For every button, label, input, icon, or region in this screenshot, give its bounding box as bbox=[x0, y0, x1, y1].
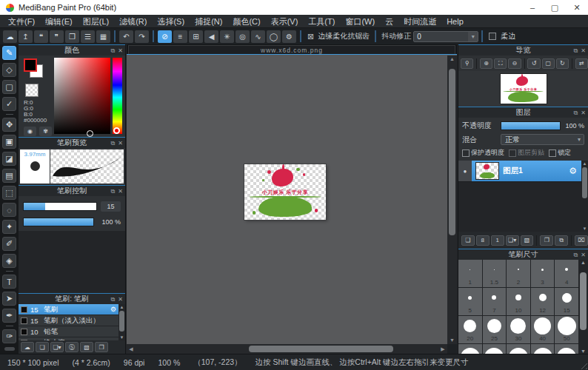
cloud-brush-button[interactable]: ☁ bbox=[21, 342, 34, 352]
menu-timelapse[interactable]: 时间流逝 bbox=[398, 15, 441, 28]
menu-file[interactable]: 文件(F) bbox=[3, 15, 40, 28]
close-icon[interactable]: ✕ bbox=[118, 47, 123, 54]
document-icon[interactable]: ❐ bbox=[65, 30, 79, 43]
brush-size-option[interactable]: 5 bbox=[458, 288, 482, 315]
brush-size-option[interactable] bbox=[458, 344, 482, 354]
reset-view-button[interactable]: ▢ bbox=[542, 58, 555, 69]
canvas-tab[interactable]: www.x6d.com.png bbox=[128, 45, 455, 54]
foreground-color-swatch[interactable] bbox=[24, 58, 37, 72]
hue-slider[interactable] bbox=[113, 58, 122, 134]
eyedropper-tool[interactable]: ✑ bbox=[2, 329, 16, 343]
scroll-down-icon[interactable]: ▼ bbox=[450, 337, 455, 344]
canvas-horizontal-scrollbar[interactable]: ◀ ▶ bbox=[127, 344, 447, 354]
brush-size-option[interactable]: 1.5 bbox=[483, 260, 507, 287]
bucket-tool[interactable]: ◪ bbox=[2, 152, 16, 166]
popout-icon[interactable]: ⧉ bbox=[574, 110, 578, 117]
brush-size-option[interactable]: 3 bbox=[531, 260, 555, 287]
brush-size-option[interactable]: 40 bbox=[531, 316, 555, 343]
snap-concentric-icon[interactable]: ◎ bbox=[235, 30, 250, 43]
menu-layer[interactable]: 图层(L) bbox=[78, 15, 114, 28]
brush-size-value[interactable]: 15 bbox=[101, 201, 121, 212]
cloud-icon[interactable]: ☁ bbox=[3, 30, 17, 43]
gear-icon[interactable]: ⚙ bbox=[110, 306, 116, 313]
layer-row[interactable]: ● 图层1 ⚙ bbox=[458, 161, 581, 182]
menu-color[interactable]: 颜色(C) bbox=[227, 15, 265, 28]
brush-size-option[interactable] bbox=[555, 344, 578, 354]
brush-list-item[interactable]: 15 笔刷 ⚙ bbox=[19, 304, 118, 315]
lasso-tool[interactable]: ◌ bbox=[2, 203, 16, 217]
stabilizer-dropdown[interactable]: 0 ▾ bbox=[413, 31, 478, 42]
menu-window[interactable]: 窗口(W) bbox=[340, 15, 380, 28]
scroll-right-icon[interactable]: ▶ bbox=[438, 346, 447, 353]
close-icon[interactable]: ✕ bbox=[118, 188, 123, 195]
brush-size-option[interactable]: 30 bbox=[507, 316, 530, 343]
add-brush-button[interactable]: ❏ bbox=[36, 342, 49, 352]
scrollbar-thumb[interactable] bbox=[119, 311, 124, 332]
polyline-tool[interactable]: ✓ bbox=[2, 97, 16, 111]
snap-settings-icon[interactable]: ⚙ bbox=[282, 30, 296, 43]
clipping-checkbox[interactable] bbox=[509, 149, 516, 157]
add-layer-menu-button[interactable]: ❏▾ bbox=[506, 235, 519, 246]
snap-radial-icon[interactable]: ✳ bbox=[220, 30, 234, 43]
navigator-preview-area[interactable]: 小刀娱乐 乐于分享 bbox=[458, 71, 588, 107]
maximize-button[interactable]: ▢ bbox=[544, 0, 566, 15]
canvas-vertical-scrollbar[interactable]: ▲ ▼ bbox=[447, 56, 457, 344]
brush-size-option[interactable]: 20 bbox=[458, 316, 482, 343]
layer-folder-button[interactable]: ▧ bbox=[521, 235, 534, 246]
shape-brush-tool[interactable]: ▢ bbox=[2, 80, 16, 94]
layer-visibility-toggle[interactable]: ● bbox=[458, 161, 472, 181]
menu-view[interactable]: 表示(V) bbox=[266, 15, 304, 28]
menu-tools[interactable]: 工具(T) bbox=[303, 15, 340, 28]
move-tool[interactable]: ✥ bbox=[2, 118, 16, 132]
add-layer-button[interactable]: ❏ bbox=[461, 235, 475, 246]
form-icon[interactable]: ☰ bbox=[81, 30, 95, 43]
brush-opacity-slider[interactable] bbox=[23, 218, 94, 226]
brush-size-scrollbar[interactable]: ▲ ▼ bbox=[578, 260, 588, 354]
merge-layer-button[interactable]: ⧉ bbox=[555, 235, 568, 246]
brush-folder-button[interactable]: ▧ bbox=[80, 342, 93, 352]
popout-icon[interactable]: ⧉ bbox=[111, 140, 116, 147]
menu-snap[interactable]: 捕捉(N) bbox=[190, 15, 227, 28]
popout-icon[interactable]: ⧉ bbox=[574, 47, 578, 55]
scrollbar-thumb[interactable] bbox=[249, 346, 393, 352]
popout-icon[interactable]: ⧉ bbox=[574, 252, 578, 259]
fill-rect-tool[interactable]: ▣ bbox=[2, 135, 16, 149]
scroll-left-icon[interactable]: ◀ bbox=[127, 346, 136, 353]
toolbar-overflow-handle[interactable] bbox=[4, 347, 15, 351]
layer-opacity-slider[interactable] bbox=[501, 121, 561, 130]
select-pen-tool[interactable]: ✐ bbox=[2, 237, 16, 251]
menu-edit[interactable]: 编辑(E) bbox=[40, 15, 78, 28]
snap-parallel-icon[interactable]: ≡ bbox=[173, 30, 187, 43]
divide-tool[interactable]: ✒ bbox=[2, 309, 16, 323]
snap-ellipse-icon[interactable]: ◯ bbox=[267, 30, 281, 43]
gear-icon[interactable]: ⚙ bbox=[569, 166, 577, 176]
sv-marker[interactable] bbox=[87, 130, 93, 137]
popout-icon[interactable]: ⧉ bbox=[111, 296, 116, 303]
select-rect-tool[interactable]: ⬚ bbox=[2, 186, 16, 200]
brush-size-option[interactable]: 10 bbox=[507, 288, 530, 315]
brush-size-option[interactable] bbox=[483, 344, 507, 354]
brush-list-item[interactable]: 8.5 橡皮擦 bbox=[19, 337, 118, 340]
flip-horizontal-button[interactable]: ⇄ bbox=[575, 58, 588, 69]
close-icon[interactable]: ✕ bbox=[118, 140, 123, 147]
canvas-document[interactable]: 小刀娱乐 乐于分享 bbox=[244, 164, 326, 220]
text-tool[interactable]: T bbox=[2, 275, 16, 289]
scroll-up-icon[interactable]: ▲ bbox=[581, 260, 586, 265]
minimize-button[interactable]: – bbox=[521, 0, 544, 15]
menu-help[interactable]: Help bbox=[441, 15, 469, 28]
redo-button[interactable]: ↷ bbox=[135, 30, 149, 43]
magic-wand-tool[interactable]: ✦ bbox=[2, 220, 16, 234]
lock-checkbox[interactable] bbox=[549, 149, 556, 157]
brush-size-option[interactable]: 4 bbox=[555, 260, 578, 287]
close-icon[interactable]: ✕ bbox=[581, 47, 586, 54]
popout-icon[interactable]: ⧉ bbox=[111, 47, 116, 55]
operation-select-tool[interactable]: ➤ bbox=[2, 292, 16, 306]
rotate-left-button[interactable]: ↺ bbox=[527, 58, 540, 69]
brush-size-option[interactable]: 25 bbox=[483, 316, 507, 343]
rotate-right-button[interactable]: ↻ bbox=[556, 58, 569, 69]
add-1bit-layer-button[interactable]: 1 bbox=[491, 235, 504, 246]
snap-off-icon[interactable]: ⊘ bbox=[158, 30, 172, 43]
hue-marker[interactable] bbox=[113, 127, 120, 134]
grid-edit-icon[interactable]: ▦ bbox=[96, 30, 110, 43]
comment-icon[interactable]: ❝ bbox=[34, 30, 48, 43]
